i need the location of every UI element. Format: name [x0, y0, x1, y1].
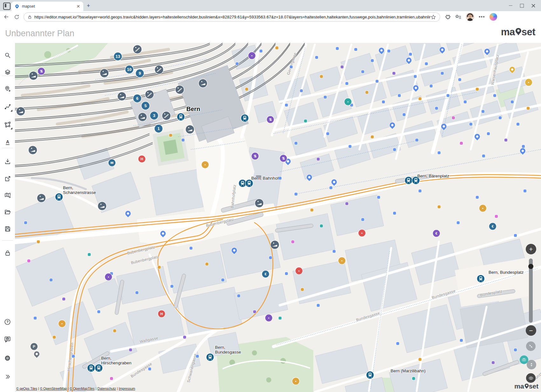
poi-dot[interactable]	[499, 116, 502, 119]
poi-dot[interactable]	[291, 240, 294, 243]
settings-button[interactable]	[2, 353, 13, 363]
ramp-icon[interactable]	[98, 202, 106, 210]
poi-dot[interactable]	[345, 82, 348, 85]
poi-circle[interactable]: •	[248, 52, 255, 59]
poi-dot[interactable]	[110, 377, 113, 380]
zoom-out-button[interactable]: −	[526, 325, 536, 336]
transit-stop-icon[interactable]	[239, 180, 246, 187]
poi-dot[interactable]	[414, 75, 417, 78]
add-stop-button[interactable]	[2, 84, 13, 94]
poi-circle[interactable]: •	[479, 205, 486, 212]
poi-dot[interactable]	[24, 221, 27, 224]
refresh-button[interactable]	[13, 13, 20, 21]
poi-dot[interactable]	[221, 279, 224, 281]
poi-dot[interactable]	[464, 100, 467, 103]
poi-dot[interactable]	[253, 310, 256, 313]
poi-circle[interactable]: ⇅	[267, 116, 274, 123]
poi-circle[interactable]: ⇅	[38, 68, 45, 75]
platform-number-badge[interactable]: 9	[136, 69, 144, 77]
poi-pin[interactable]	[508, 65, 516, 73]
poi-dot[interactable]	[129, 348, 132, 351]
back-button[interactable]	[3, 13, 10, 21]
address-bar[interactable]: https://editor.mapset.io/?baselayer=worl…	[24, 12, 440, 22]
poi-dot[interactable]	[393, 212, 396, 215]
ramp-icon[interactable]	[118, 92, 126, 100]
bookmark-star-icon[interactable]	[431, 14, 436, 20]
attribution-link[interactable]: © OpenMapTiles	[70, 387, 95, 390]
poi-dot[interactable]	[415, 139, 418, 141]
window-close-button[interactable]	[531, 4, 535, 8]
poi-dot[interactable]	[409, 53, 412, 56]
poi-dot[interactable]	[382, 100, 385, 103]
lock-plan-button[interactable]	[2, 248, 13, 258]
poi-dot[interactable]	[349, 145, 351, 148]
poi-dot[interactable]	[50, 279, 52, 281]
poi-dot[interactable]	[300, 89, 303, 92]
poi-circle[interactable]: •	[105, 273, 112, 280]
stairs-icon[interactable]	[133, 45, 142, 53]
collapse-sidebar-button[interactable]	[2, 371, 13, 382]
poi-dot[interactable]	[183, 336, 186, 339]
new-plan-button[interactable]	[2, 190, 13, 200]
visibility-button[interactable]	[526, 373, 536, 383]
poi-dot[interactable]	[295, 142, 297, 145]
ramp-icon[interactable]	[186, 125, 194, 134]
transform-button[interactable]	[2, 119, 13, 130]
attribution-link[interactable]: © OpenStreetMap	[40, 387, 67, 390]
stairs-icon[interactable]	[176, 86, 184, 94]
poi-dot[interactable]	[326, 132, 329, 135]
copilot-icon[interactable]	[489, 13, 497, 21]
browser-menu-button[interactable]: •••	[479, 14, 485, 20]
poi-dot[interactable]	[371, 59, 374, 62]
poi-dot[interactable]	[403, 113, 406, 116]
poi-dot[interactable]	[460, 142, 463, 145]
poi-pin[interactable]	[159, 230, 167, 237]
poi-dot[interactable]	[27, 259, 30, 262]
transit-stop-icon[interactable]	[55, 193, 63, 201]
poi-dot[interactable]	[441, 72, 444, 75]
poi-dot[interactable]	[320, 224, 323, 227]
transit-stop-icon[interactable]	[177, 113, 184, 120]
poi-dot[interactable]	[514, 348, 517, 351]
map-canvas[interactable]: 131096531	[15, 43, 541, 392]
poi-dot[interactable]	[88, 253, 91, 256]
new-tab-button[interactable]: +	[85, 3, 92, 9]
poi-dot[interactable]	[290, 65, 293, 68]
poi-dot[interactable]	[511, 100, 514, 103]
poi-dot[interactable]	[72, 355, 75, 358]
poi-pin[interactable]	[483, 47, 491, 55]
transit-stop-icon[interactable]	[405, 177, 412, 184]
poi-dot[interactable]	[438, 151, 440, 154]
fit-extent-button[interactable]	[526, 341, 536, 351]
attribution-link[interactable]: Datenschutz	[97, 387, 116, 390]
poi-dot[interactable]	[476, 196, 479, 199]
poi-circle[interactable]: H	[158, 310, 165, 317]
poi-dot[interactable]	[37, 240, 40, 243]
poi-dot[interactable]	[260, 50, 262, 52]
poi-circle[interactable]: ✉	[108, 159, 115, 166]
poi-dot[interactable]	[412, 377, 415, 380]
poi-circle[interactable]: €	[489, 223, 496, 230]
poi-dot[interactable]	[62, 298, 65, 300]
poi-dot[interactable]	[447, 94, 449, 97]
poi-pin[interactable]	[438, 46, 446, 53]
poi-dot[interactable]	[295, 193, 297, 196]
poi-dot[interactable]	[371, 135, 374, 138]
poi-pin[interactable]	[388, 121, 396, 129]
poi-dot[interactable]	[361, 218, 364, 221]
poi-dot[interactable]	[169, 134, 172, 137]
ramp-icon[interactable]	[271, 241, 279, 249]
poi-dot[interactable]	[398, 94, 401, 97]
poi-dot[interactable]	[170, 285, 173, 288]
poi-dot[interactable]	[430, 85, 433, 87]
poi-dot[interactable]	[495, 215, 498, 218]
poi-dot[interactable]	[205, 263, 208, 265]
help-button[interactable]: ?	[2, 317, 13, 327]
poi-dot[interactable]	[285, 104, 288, 107]
poi-circle[interactable]: •	[292, 378, 299, 385]
poi-dot[interactable]	[97, 310, 100, 313]
poi-dot[interactable]	[419, 97, 421, 100]
ramp-icon[interactable]	[255, 199, 263, 207]
search-button[interactable]	[2, 50, 13, 60]
profile-avatar[interactable]	[466, 13, 474, 21]
